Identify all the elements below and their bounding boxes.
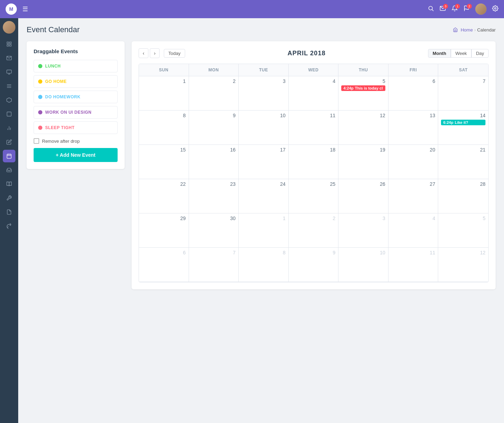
breadcrumb-home[interactable]: Home [461, 27, 473, 33]
day-header-mon: MON [189, 64, 239, 76]
calendar-cell-27[interactable]: 28 [438, 179, 488, 213]
sidebar-item-chart[interactable] [3, 122, 15, 134]
calendar-cell-16[interactable]: 17 [239, 145, 289, 179]
sidebar-item-tools[interactable] [3, 192, 15, 204]
calendar-cell-1[interactable]: 2 [189, 76, 239, 111]
day-number: 30 [192, 216, 236, 221]
body-layout: Draggable Events LUNCH GO HOME DO HOMEWO… [27, 41, 496, 289]
calendar-cell-6[interactable]: 7 [438, 76, 488, 111]
sidebar-item-list[interactable] [3, 80, 15, 92]
sidebar-item-share[interactable] [3, 220, 15, 232]
calendar-cell-22[interactable]: 23 [189, 179, 239, 213]
calendar-cell-34[interactable]: 5 [438, 213, 488, 248]
sidebar-item-edit[interactable] [3, 136, 15, 148]
hamburger-icon[interactable]: ☰ [22, 5, 28, 13]
calendar-view-buttons: Month Week Day [428, 49, 489, 58]
day-number: 18 [292, 147, 336, 153]
draggable-event-2[interactable]: DO HOMEWORK [34, 91, 118, 103]
calendar-cell-3[interactable]: 4 [289, 76, 339, 111]
calendar-panel: ‹ › Today APRIL 2018 Month Week Day SUNM… [132, 41, 496, 289]
sidebar-item-mail[interactable] [3, 52, 15, 64]
add-event-button[interactable]: + Add New Event [34, 148, 118, 162]
calendar-cell-33[interactable]: 4 [388, 213, 439, 248]
flag-icon[interactable]: 2 [463, 5, 470, 13]
calendar-cell-17[interactable]: 18 [289, 145, 339, 179]
draggable-event-0[interactable]: LUNCH [34, 60, 118, 72]
calendar-cell-30[interactable]: 1 [239, 213, 289, 248]
calendar-event[interactable]: 6:24pLike it? [441, 120, 485, 125]
calendar-cell-28[interactable]: 29 [139, 213, 189, 248]
sidebar-item-dashboard[interactable] [3, 38, 15, 50]
calendar-cell-26[interactable]: 27 [388, 179, 439, 213]
calendar-cell-40[interactable]: 11 [388, 248, 439, 282]
calendar-cell-36[interactable]: 7 [189, 248, 239, 282]
day-view-button[interactable]: Day [471, 49, 489, 58]
today-button[interactable]: Today [164, 49, 185, 58]
calendar-event[interactable]: 4:24pThis is today cl [341, 85, 385, 91]
calendar-cell-20[interactable]: 21 [438, 145, 488, 179]
calendar-cell-35[interactable]: 6 [139, 248, 189, 282]
draggable-event-4[interactable]: SLEEP TIGHT [34, 121, 118, 134]
mail-icon[interactable]: 3 [440, 5, 446, 13]
calendar-cell-8[interactable]: 9 [189, 111, 239, 145]
calendar-cell-12[interactable]: 13 [388, 111, 439, 145]
day-number: 23 [192, 181, 236, 187]
calendar-cell-14[interactable]: 15 [139, 145, 189, 179]
svg-rect-6 [9, 42, 11, 44]
calendar-cell-5[interactable]: 6 [388, 76, 439, 111]
day-header-fri: FRI [388, 64, 439, 76]
day-number: 12 [441, 250, 485, 255]
calendar-cell-32[interactable]: 3 [338, 213, 388, 248]
calendar-cell-29[interactable]: 30 [189, 213, 239, 248]
calendar-cell-31[interactable]: 2 [289, 213, 339, 248]
svg-rect-17 [7, 112, 11, 116]
calendar-cell-18[interactable]: 19 [338, 145, 388, 179]
next-month-button[interactable]: › [150, 48, 160, 58]
calendar-cell-38[interactable]: 9 [289, 248, 339, 282]
sidebar-item-doc[interactable] [3, 206, 15, 218]
day-number: 29 [142, 216, 186, 221]
calendar-cell-41[interactable]: 12 [438, 248, 488, 282]
avatar[interactable] [475, 3, 486, 15]
sidebar-item-book[interactable] [3, 178, 15, 190]
day-number: 21 [441, 147, 485, 153]
calendar-cell-21[interactable]: 22 [139, 179, 189, 213]
day-number: 28 [441, 181, 485, 187]
settings-icon[interactable] [492, 5, 498, 13]
event-dot [38, 79, 42, 84]
day-number: 1 [241, 216, 286, 221]
calendar-cell-19[interactable]: 20 [388, 145, 439, 179]
calendar-cell-10[interactable]: 11 [289, 111, 339, 145]
day-number: 14 [441, 113, 485, 118]
calendar-cell-2[interactable]: 3 [239, 76, 289, 111]
calendar-cell-0[interactable]: 1 [139, 76, 189, 111]
calendar-cell-11[interactable]: 12 [338, 111, 388, 145]
search-icon[interactable] [428, 5, 434, 13]
calendar-cell-15[interactable]: 16 [189, 145, 239, 179]
sidebar-item-computer[interactable] [3, 66, 15, 78]
week-view-button[interactable]: Week [451, 49, 471, 58]
month-view-button[interactable]: Month [428, 49, 451, 58]
calendar-cell-39[interactable]: 10 [338, 248, 388, 282]
calendar-cell-9[interactable]: 10 [239, 111, 289, 145]
prev-month-button[interactable]: ‹ [139, 48, 148, 58]
draggable-event-3[interactable]: WORK ON UI DESIGN [34, 106, 118, 119]
remove-checkbox[interactable] [34, 138, 39, 144]
event-dot [38, 64, 42, 68]
sidebar-item-hexagon[interactable] [3, 94, 15, 106]
calendar-cell-4[interactable]: 54:24pThis is today cl [338, 76, 388, 111]
calendar-cell-24[interactable]: 25 [289, 179, 339, 213]
draggable-event-1[interactable]: GO HOME [34, 75, 118, 88]
days-header: SUNMONTUEWEDTHUFRISAT [139, 64, 488, 76]
calendar-cell-23[interactable]: 24 [239, 179, 289, 213]
calendar-cell-25[interactable]: 26 [338, 179, 388, 213]
day-number: 20 [391, 147, 435, 153]
calendar-cell-37[interactable]: 8 [239, 248, 289, 282]
calendar-cell-7[interactable]: 8 [139, 111, 189, 145]
event-text: Like it? [455, 120, 468, 125]
sidebar-item-calendar[interactable] [3, 150, 15, 162]
sidebar-item-inbox[interactable] [3, 164, 15, 176]
calendar-cell-13[interactable]: 146:24pLike it? [438, 111, 488, 145]
bell-icon[interactable]: 1 [451, 5, 458, 13]
sidebar-item-box[interactable] [3, 108, 15, 120]
